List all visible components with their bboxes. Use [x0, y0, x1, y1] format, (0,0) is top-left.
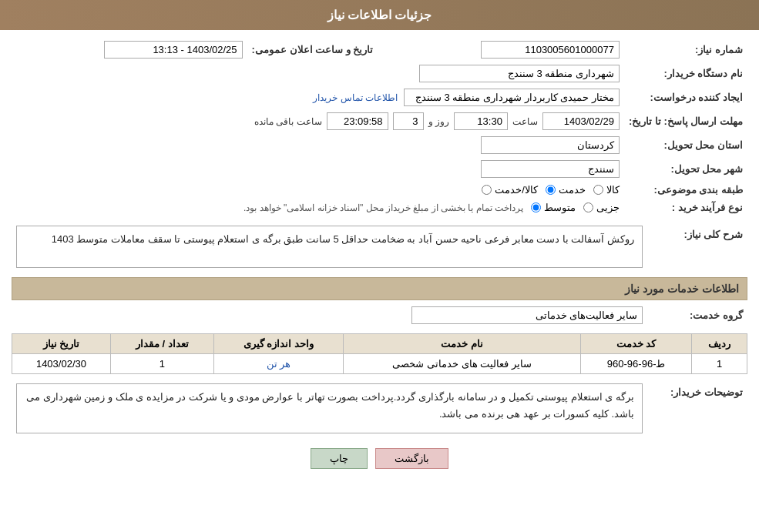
category-option-kala-khedmat: کالا/خدمت: [482, 184, 538, 196]
purchase-type-motavasset: متوسط: [531, 202, 576, 213]
announcement-label: تاریخ و ساعت اعلان عمومی:: [247, 38, 389, 62]
col-date: تاریخ نیاز: [12, 334, 111, 354]
deadline-date: 1403/02/29: [542, 112, 620, 130]
col-name: نام خدمت: [344, 334, 581, 354]
need-number-label: شماره نیاز:: [624, 38, 747, 62]
deadline-day-label: روز و: [428, 116, 449, 127]
category-option-khedmat: خدمت: [546, 184, 586, 196]
table-row: مهلت ارسال پاسخ: تا تاریخ: 1403/02/29 سا…: [12, 109, 747, 133]
page-header: جزئیات اطلاعات نیاز: [0, 0, 759, 30]
button-bar: بازگشت چاپ: [12, 448, 747, 469]
purchase-type-group: جزیی متوسط پرداخت تمام یا بخشی از مبلغ خ…: [16, 202, 620, 213]
services-header-row: ردیف کد خدمت نام خدمت واحد اندازه گیری ت…: [12, 334, 747, 354]
deadline-days: 3: [393, 112, 424, 130]
purchase-radio-jozi[interactable]: [583, 202, 593, 212]
contact-link[interactable]: اطلاعات تماس خریدار: [313, 92, 398, 103]
col-code: کد خدمت: [580, 334, 691, 354]
deadline-remaining-label: ساعت باقی مانده: [254, 116, 322, 127]
page-title: جزئیات اطلاعات نیاز: [327, 8, 432, 22]
page-wrapper: جزئیات اطلاعات نیاز شماره نیاز: 11030056…: [0, 0, 759, 532]
services-table: ردیف کد خدمت نام خدمت واحد اندازه گیری ت…: [12, 333, 747, 374]
category-radio-kala-khedmat[interactable]: [482, 185, 492, 195]
table-row: ایجاد کننده درخواست: مختار حمیدی کاربردا…: [12, 85, 747, 109]
category-radio-group: کالا خدمت کالا/خدمت: [16, 184, 620, 196]
description-value: روکش آسفالت با دست معابر فرعی ناحیه حسن …: [16, 226, 643, 268]
content-area: شماره نیاز: 1103005601000077 تاریخ و ساع…: [0, 30, 759, 484]
services-table-head: ردیف کد خدمت نام خدمت واحد اندازه گیری ت…: [12, 334, 747, 354]
creator-value: مختار حمیدی کاربردار شهرداری منطقه 3 سنن…: [404, 89, 620, 106]
services-table-body: 1ط-96-96-960سایر فعالیت های خدماتی شخصیه…: [12, 354, 747, 374]
buyer-org-label: نام دستگاه خریدار:: [624, 62, 747, 85]
category-radio-khedmat[interactable]: [546, 185, 556, 195]
service-group-value: سایر فعالیت‌های خدماتی: [411, 306, 643, 324]
table-row: طبقه بندی موضوعی: کالا خدمت کالا/خدمت: [12, 181, 747, 199]
services-section-header: اطلاعات خدمات مورد نیاز: [12, 277, 747, 300]
description-row: شرح کلی نیاز: روکش آسفالت با دست معابر ف…: [12, 223, 747, 271]
province-label: استان محل تحویل:: [624, 133, 747, 157]
deadline-time-label: ساعت: [512, 116, 538, 127]
table-row: استان محل تحویل: کردستان: [12, 133, 747, 157]
service-group-table: گروه خدمت: سایر فعالیت‌های خدماتی: [12, 303, 747, 327]
deadline-label: مهلت ارسال پاسخ: تا تاریخ:: [624, 109, 747, 133]
print-button[interactable]: چاپ: [311, 448, 368, 469]
deadline-remaining: 23:09:58: [327, 112, 388, 130]
purchase-radio-motavasset[interactable]: [531, 202, 541, 212]
col-unit: واحد اندازه گیری: [213, 334, 344, 354]
province-value: کردستان: [481, 136, 620, 154]
need-number-value: 1103005601000077: [481, 41, 620, 59]
deadline-time: 13:30: [454, 112, 508, 130]
service-group-row: گروه خدمت: سایر فعالیت‌های خدماتی: [12, 303, 747, 327]
category-label: طبقه بندی موضوعی:: [624, 181, 747, 199]
col-qty: تعداد / مقدار: [110, 334, 213, 354]
purchase-type-label: نوع فرآیند خرید :: [624, 199, 747, 216]
back-button[interactable]: بازگشت: [375, 448, 448, 469]
info-table: شماره نیاز: 1103005601000077 تاریخ و ساع…: [12, 38, 747, 216]
purchase-type-jozi: جزیی: [583, 202, 620, 213]
buyer-notes-table: توضیحات خریدار: برگه ی استعلام پیوستی تک…: [12, 380, 747, 437]
purchase-type-note: پرداخت تمام یا بخشی از مبلغ خریداز محل "…: [243, 202, 523, 213]
buyer-notes-row: توضیحات خریدار: برگه ی استعلام پیوستی تک…: [12, 380, 747, 437]
category-radio-kala[interactable]: [593, 185, 603, 195]
announcement-value: 1403/02/25 - 13:13: [104, 41, 243, 59]
buyer-notes-label: توضیحات خریدار:: [647, 380, 747, 437]
buyer-notes-value: برگه ی استعلام پیوستی تکمیل و در سامانه …: [16, 383, 643, 433]
table-row: 1ط-96-96-960سایر فعالیت های خدماتی شخصیه…: [12, 354, 747, 374]
category-option-kala: کالا: [593, 184, 620, 196]
city-label: شهر محل تحویل:: [624, 157, 747, 181]
col-row: ردیف: [692, 334, 747, 354]
table-row: نام دستگاه خریدار: شهرداری منطقه 3 سنندج: [12, 62, 747, 85]
service-group-label: گروه خدمت:: [647, 303, 747, 327]
table-row: شهر محل تحویل: سنندج: [12, 157, 747, 181]
creator-label: ایجاد کننده درخواست:: [624, 85, 747, 109]
description-table: شرح کلی نیاز: روکش آسفالت با دست معابر ف…: [12, 223, 747, 271]
table-row: شماره نیاز: 1103005601000077 تاریخ و ساع…: [12, 38, 747, 62]
city-value: سنندج: [481, 160, 620, 178]
buyer-org-value: شهرداری منطقه 3 سنندج: [419, 65, 620, 82]
description-label: شرح کلی نیاز:: [647, 223, 747, 271]
table-row: نوع فرآیند خرید : جزیی متوسط پرداخت تمام…: [12, 199, 747, 216]
